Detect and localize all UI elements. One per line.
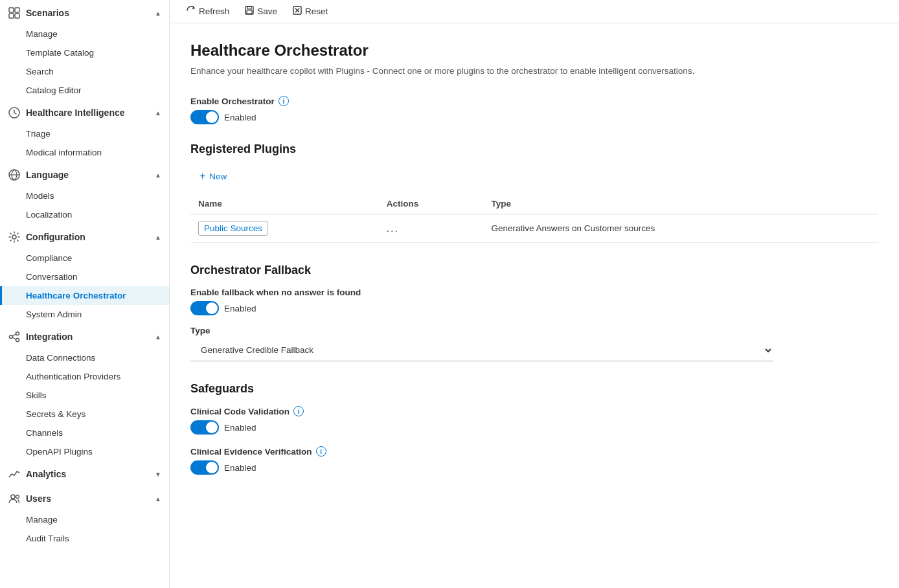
plugin-actions-cell: ... (379, 214, 484, 243)
chevron-up-icon: ▲ (155, 10, 161, 17)
sidebar-section-users[interactable]: Users ▲ (0, 486, 169, 510)
sidebar-section-language[interactable]: Language ▲ (0, 162, 169, 187)
svg-line-11 (13, 334, 16, 336)
sidebar-section-label: Language (26, 170, 69, 180)
enable-orchestrator-info-icon[interactable]: i (279, 96, 289, 106)
save-label: Save (257, 6, 277, 16)
svg-rect-2 (9, 14, 14, 18)
clinical-evidence-label: Clinical Evidence Verification i (190, 446, 878, 457)
integration-icon (8, 330, 21, 343)
safeguard-clinical-evidence: Clinical Evidence Verification i Enabled (190, 446, 878, 475)
svg-point-7 (12, 235, 16, 239)
sidebar-item-healthcare-orchestrator[interactable]: Healthcare Orchestrator (0, 286, 169, 305)
chevron-up-icon: ▲ (155, 495, 161, 503)
users-icon (8, 492, 21, 505)
svg-rect-0 (9, 8, 14, 12)
sidebar-section-configuration[interactable]: Configuration ▲ (0, 224, 169, 249)
table-row: Public Sources ... Generative Answers on… (190, 214, 878, 243)
col-type: Type (484, 194, 879, 214)
sidebar-item-template-catalog[interactable]: Template Catalog (0, 43, 169, 62)
registered-plugins-heading: Registered Plugins (190, 142, 878, 156)
plugin-name-cell[interactable]: Public Sources (190, 214, 379, 243)
enable-orchestrator-label: Enable Orchestrator i (190, 96, 878, 106)
sidebar-item-triage[interactable]: Triage (0, 124, 169, 143)
enable-orchestrator-value: Enabled (224, 113, 256, 122)
plugin-actions-button[interactable]: ... (387, 223, 399, 234)
clinical-evidence-value: Enabled (224, 463, 256, 473)
sidebar-item-openapi-plugins[interactable]: OpenAPI Plugins (0, 442, 169, 461)
grid-icon (8, 6, 21, 19)
sidebar-item-system-admin[interactable]: System Admin (0, 305, 169, 324)
sidebar-item-catalog-editor[interactable]: Catalog Editor (0, 81, 169, 100)
svg-point-8 (10, 335, 13, 339)
reset-button[interactable]: Reset (286, 3, 334, 19)
content-area: Healthcare Orchestrator Enhance your hea… (170, 23, 899, 588)
sidebar-section-scenarios[interactable]: Scenarios ▲ (0, 0, 169, 25)
chevron-up-icon: ▲ (155, 334, 161, 341)
sidebar-item-search[interactable]: Search (0, 62, 169, 81)
sidebar-item-skills[interactable]: Skills (0, 386, 169, 405)
language-icon (8, 168, 21, 181)
sidebar-item-compliance[interactable]: Compliance (0, 249, 169, 267)
gear-icon (8, 231, 21, 243)
svg-point-10 (16, 339, 19, 342)
refresh-icon (187, 6, 196, 17)
clinical-evidence-info-icon[interactable]: i (316, 446, 326, 457)
sidebar-section-label: Scenarios (26, 8, 69, 18)
sidebar-item-secrets-keys[interactable]: Secrets & Keys (0, 405, 169, 424)
plugin-type-cell: Generative Answers on Customer sources (484, 214, 879, 243)
fallback-type-label: Type (190, 326, 878, 335)
enable-orchestrator-toggle[interactable] (190, 110, 219, 124)
sidebar-section-integration[interactable]: Integration ▲ (0, 324, 169, 348)
health-icon (8, 106, 21, 119)
chevron-up-icon: ▲ (155, 172, 161, 179)
sidebar-section-label: Healthcare Intelligence (26, 107, 125, 118)
sidebar-section-label: Users (26, 493, 51, 504)
refresh-button[interactable]: Refresh (180, 3, 236, 19)
sidebar-section-label: Integration (26, 332, 73, 342)
main-area: Refresh Save Reset (170, 0, 899, 588)
svg-rect-3 (15, 14, 19, 18)
fallback-enable-label: Enable fallback when no answer is found (190, 288, 878, 297)
sidebar-section-analytics[interactable]: Analytics ▼ (0, 461, 169, 486)
sidebar: Scenarios ▲ Manage Template Catalog Sear… (0, 0, 170, 588)
fallback-toggle[interactable] (190, 301, 219, 315)
clinical-code-info-icon[interactable]: i (293, 406, 304, 416)
clinical-evidence-toggle-row: Enabled (190, 460, 878, 475)
sidebar-item-models[interactable]: Models (0, 187, 169, 205)
sidebar-item-manage-users[interactable]: Manage (0, 510, 169, 529)
toolbar: Refresh Save Reset (170, 0, 899, 23)
clinical-evidence-toggle[interactable] (190, 460, 219, 475)
sidebar-item-channels[interactable]: Channels (0, 424, 169, 442)
reset-label: Reset (305, 6, 328, 16)
sidebar-item-medical-information[interactable]: Medical information (0, 143, 169, 162)
new-plugin-button[interactable]: + New (190, 166, 236, 186)
sidebar-item-localization[interactable]: Localization (0, 205, 169, 224)
svg-rect-1 (15, 8, 19, 12)
chevron-down-icon: ▼ (155, 471, 161, 478)
svg-point-14 (16, 495, 19, 499)
sidebar-item-manage[interactable]: Manage (0, 25, 169, 43)
page-title: Healthcare Orchestrator (190, 41, 878, 60)
sidebar-item-conversation[interactable]: Conversation (0, 267, 169, 286)
safeguards-heading: Safeguards (190, 382, 878, 396)
clinical-code-toggle[interactable] (190, 420, 219, 435)
fallback-toggle-row: Enabled (190, 301, 878, 315)
svg-line-12 (13, 337, 16, 339)
sidebar-item-audit-trails[interactable]: Audit Trails (0, 529, 169, 548)
sidebar-section-label: Configuration (26, 232, 85, 242)
sidebar-item-authentication-providers[interactable]: Authentication Providers (0, 367, 169, 386)
new-button-label: New (209, 172, 227, 181)
col-name: Name (190, 194, 379, 214)
clinical-code-label: Clinical Code Validation i (190, 406, 878, 416)
fallback-type-dropdown[interactable]: Generative Credible Fallback (190, 339, 773, 361)
reset-icon (293, 6, 302, 17)
fallback-toggle-value: Enabled (224, 304, 256, 313)
clinical-code-value: Enabled (224, 423, 256, 433)
clinical-code-toggle-row: Enabled (190, 420, 878, 435)
sidebar-section-healthcare-intelligence[interactable]: Healthcare Intelligence ▲ (0, 100, 169, 124)
plus-icon: + (199, 170, 205, 182)
page-subtitle: Enhance your healthcare copilot with Plu… (190, 65, 878, 78)
save-button[interactable]: Save (238, 3, 284, 19)
sidebar-item-data-connections[interactable]: Data Connections (0, 348, 169, 367)
